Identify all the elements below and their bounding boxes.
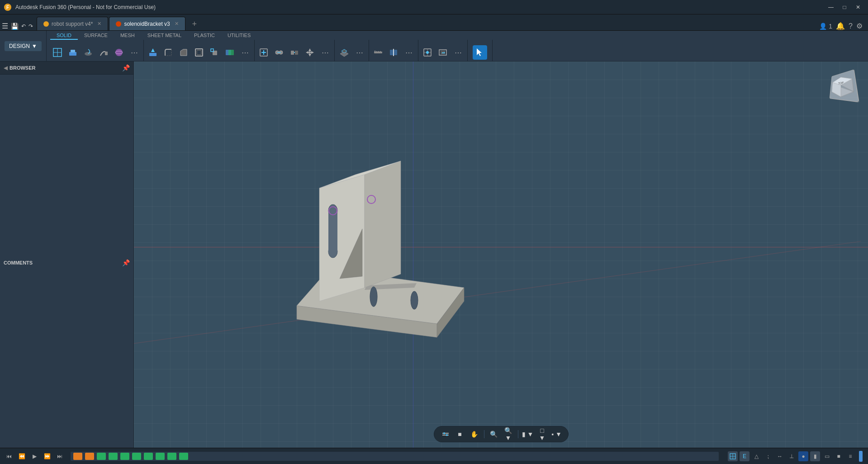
toolbar-tab-solid[interactable]: SOLID — [50, 32, 78, 40]
shell-button[interactable] — [192, 45, 206, 60]
revolve-icon — [83, 47, 93, 57]
browser-pin-icon[interactable]: 📌 — [122, 64, 130, 71]
pan-button[interactable]: ✋ — [469, 428, 480, 440]
insert-canvas-button[interactable] — [436, 45, 450, 60]
close-button[interactable]: ✕ — [852, 2, 864, 12]
display-mode-button[interactable]: ▮ ▼ — [522, 428, 534, 440]
section-analysis-button[interactable] — [386, 45, 401, 60]
save-button[interactable]: 💾 — [11, 23, 19, 30]
revolve-button[interactable] — [81, 45, 95, 60]
timeline-feature-extrude7[interactable] — [167, 453, 176, 460]
more-insert-button[interactable]: ⋯ — [451, 45, 465, 60]
offset-plane-button[interactable] — [337, 45, 351, 60]
timeline-feature-extrude8[interactable] — [179, 453, 188, 460]
timeline-scrubber[interactable] — [859, 451, 863, 462]
layer-icon-btn[interactable]: ▭ — [822, 451, 832, 461]
extrude-icon-btn[interactable]: E — [740, 451, 749, 461]
environment-button[interactable]: □ ▼ — [536, 428, 548, 440]
viewcube-shape[interactable]: TOP — [830, 69, 859, 102]
undo-button[interactable]: ↶ — [21, 23, 26, 29]
title-bar: F Autodesk Fusion 360 (Personal - Not fo… — [0, 0, 868, 14]
viewcube[interactable]: TOP — [823, 67, 859, 103]
svg-rect-19 — [228, 50, 234, 55]
timeline-feature-extrude2[interactable] — [109, 453, 118, 460]
extrude-button[interactable] — [66, 45, 80, 60]
new-component-button[interactable] — [256, 45, 271, 60]
timeline-feature-extrude3[interactable] — [120, 453, 129, 460]
viewport[interactable]: TOP ■ ✋ 🔍 🔍 ▼ ▮ ▼ □ ▼ ▪ ▼ — [134, 62, 868, 448]
appearance-icon-btn[interactable]: ▮ — [810, 451, 820, 461]
constraint-icon-btn[interactable]: ⊥ — [787, 451, 797, 461]
svg-point-44 — [426, 51, 429, 54]
settings-icon[interactable]: ⚙ — [856, 22, 863, 30]
combine-button[interactable] — [223, 45, 237, 60]
timeline-feature-sketch2[interactable] — [85, 453, 94, 460]
create-sketch-button[interactable] — [50, 45, 65, 60]
joint-button[interactable] — [272, 45, 286, 60]
design-button[interactable]: DESIGN ▼ — [5, 41, 42, 51]
account-icon[interactable]: 👤 1 — [819, 23, 832, 30]
timeline-feature-extrude6[interactable] — [156, 453, 165, 460]
timeline-track[interactable] — [71, 452, 719, 461]
sweep-button[interactable] — [96, 45, 111, 60]
sketch-icon-btn[interactable] — [728, 451, 738, 461]
help-icon[interactable]: ? — [849, 22, 853, 30]
fillet-button[interactable] — [161, 45, 175, 60]
as-built-joint-button[interactable] — [287, 45, 302, 60]
more-inspect-button[interactable]: ⋯ — [402, 45, 416, 60]
effects-button[interactable]: ▪ ▼ — [551, 428, 563, 440]
app-menu-button[interactable]: ☰ — [2, 22, 8, 30]
grid-settings-button[interactable] — [440, 428, 451, 440]
toolbar-tab-sheet-metal[interactable]: SHEET METAL — [141, 32, 188, 40]
insert-mesh-button[interactable] — [420, 45, 435, 60]
browser-collapse-icon[interactable]: ◀ — [4, 65, 8, 71]
more-modify-button[interactable]: ⋯ — [238, 45, 252, 60]
comments-section[interactable]: COMMENTS 📌 — [0, 78, 134, 448]
toolbar-tab-utilities[interactable]: UTILITIES — [221, 32, 257, 40]
layout-button[interactable]: ■ — [454, 428, 466, 440]
joint-icon-btn[interactable]: ● — [798, 451, 808, 461]
timeline-next-button[interactable]: ⏩ — [42, 451, 52, 462]
more-assemble-button[interactable]: ⋯ — [318, 45, 332, 60]
timeline-start-button[interactable]: ⏮ — [4, 451, 14, 462]
restore-button[interactable]: □ — [838, 2, 851, 12]
move-all-icon-btn[interactable]: ⁏ — [763, 451, 773, 461]
press-pull-button[interactable] — [146, 45, 160, 60]
timeline-feature-extrude4[interactable] — [132, 453, 141, 460]
tab-bar-right: 👤 1 🔔 ? ⚙ — [819, 22, 866, 30]
view-icon-btn[interactable]: ■ — [834, 451, 844, 461]
more-icon-btn[interactable]: ≡ — [845, 451, 855, 461]
timeline-feature-extrude5[interactable] — [144, 453, 153, 460]
scale-button[interactable] — [207, 45, 222, 60]
timeline-prev-button[interactable]: ⏪ — [16, 451, 27, 462]
comments-pin-icon[interactable]: 📌 — [122, 259, 130, 266]
minimize-button[interactable]: — — [825, 2, 837, 12]
sphere-button[interactable] — [112, 45, 126, 60]
toolbar-tab-mesh[interactable]: MESH — [114, 32, 141, 40]
more-create-button[interactable]: ⋯ — [127, 45, 142, 60]
redo-button[interactable]: ↷ — [28, 23, 33, 29]
chamfer-button[interactable] — [176, 45, 191, 60]
zoom-dropdown-button[interactable]: 🔍 ▼ — [503, 428, 514, 440]
move-copy-button[interactable] — [303, 45, 317, 60]
tab-robot-support[interactable]: robot support v4* ✕ — [37, 17, 108, 30]
timeline-feature-extrude1[interactable] — [97, 453, 106, 460]
measure-button[interactable] — [371, 45, 385, 60]
toolbar-tab-surface[interactable]: SURFACE — [78, 32, 114, 40]
timeline-play-button[interactable]: ▶ — [29, 451, 40, 462]
tab-close-solenoid[interactable]: ✕ — [175, 21, 179, 27]
triangle-icon-btn[interactable]: △ — [751, 451, 761, 461]
toolbar-tab-plastic[interactable]: PLASTIC — [188, 32, 221, 40]
add-tab-button[interactable]: + — [188, 18, 201, 30]
timeline-feature-sketch1[interactable] — [73, 453, 82, 460]
toolbar-tab-row: SOLID SURFACE MESH SHEET METAL PLASTIC U… — [47, 31, 868, 40]
more-construct-button[interactable]: ⋯ — [352, 45, 367, 60]
select-button[interactable] — [473, 45, 487, 60]
zoom-button[interactable]: 🔍 — [488, 428, 500, 440]
notifications-icon[interactable]: 🔔 — [836, 22, 845, 30]
comments-label: COMMENTS — [4, 260, 122, 265]
tab-close-robot[interactable]: ✕ — [97, 21, 101, 27]
tab-solenoid-bracket[interactable]: solenoidBracket v3 ✕ — [109, 17, 185, 30]
dimension-icon-btn[interactable]: ↔ — [775, 451, 785, 461]
timeline-end-button[interactable]: ⏭ — [54, 451, 65, 462]
